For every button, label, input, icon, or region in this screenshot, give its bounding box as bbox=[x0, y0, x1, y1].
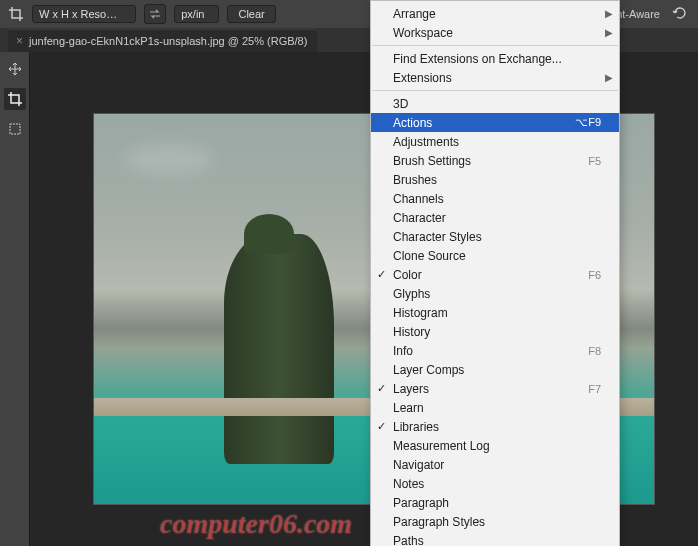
menu-item-brushes[interactable]: Brushes bbox=[371, 170, 619, 189]
menu-item-channels[interactable]: Channels bbox=[371, 189, 619, 208]
menu-item-glyphs[interactable]: Glyphs bbox=[371, 284, 619, 303]
menu-item-label: Glyphs bbox=[393, 287, 601, 301]
menu-item-brush-settings[interactable]: Brush SettingsF5 bbox=[371, 151, 619, 170]
menu-item-extensions[interactable]: Extensions▶ bbox=[371, 68, 619, 87]
menu-item-label: Adjustments bbox=[393, 135, 601, 149]
menu-item-paths[interactable]: Paths bbox=[371, 531, 619, 546]
menu-item-label: Character bbox=[393, 211, 601, 225]
menu-item-shortcut: F8 bbox=[588, 345, 601, 357]
menu-item-label: Channels bbox=[393, 192, 601, 206]
menu-item-label: Extensions bbox=[393, 71, 601, 85]
window-menu-dropdown: Arrange▶Workspace▶Find Extensions on Exc… bbox=[370, 0, 620, 546]
menu-item-color[interactable]: ✓ColorF6 bbox=[371, 265, 619, 284]
menu-item-label: Measurement Log bbox=[393, 439, 601, 453]
menu-item-label: 3D bbox=[393, 97, 601, 111]
menu-item-learn[interactable]: Learn bbox=[371, 398, 619, 417]
menu-item-shortcut: F7 bbox=[588, 383, 601, 395]
menu-item-adjustments[interactable]: Adjustments bbox=[371, 132, 619, 151]
checkmark-icon: ✓ bbox=[377, 382, 386, 395]
reset-icon[interactable] bbox=[672, 5, 690, 23]
menu-item-label: Notes bbox=[393, 477, 601, 491]
menu-separator bbox=[372, 90, 618, 91]
menu-item-libraries[interactable]: ✓Libraries bbox=[371, 417, 619, 436]
menu-item-label: Find Extensions on Exchange... bbox=[393, 52, 601, 66]
tool-slot[interactable] bbox=[4, 118, 26, 140]
menu-item-label: Arrange bbox=[393, 7, 601, 21]
menu-item-label: History bbox=[393, 325, 601, 339]
units-select[interactable]: px/in bbox=[174, 5, 219, 23]
menu-item-paragraph[interactable]: Paragraph bbox=[371, 493, 619, 512]
chevron-right-icon: ▶ bbox=[605, 72, 613, 83]
menu-item-label: Brushes bbox=[393, 173, 601, 187]
menu-item-layer-comps[interactable]: Layer Comps bbox=[371, 360, 619, 379]
menu-item-label: Workspace bbox=[393, 26, 601, 40]
menu-item-histogram[interactable]: Histogram bbox=[371, 303, 619, 322]
svg-rect-0 bbox=[10, 124, 20, 134]
menu-item-label: Libraries bbox=[393, 420, 601, 434]
clear-button[interactable]: Clear bbox=[227, 5, 275, 23]
menu-item-label: Paths bbox=[393, 534, 601, 547]
menu-item-measurement-log[interactable]: Measurement Log bbox=[371, 436, 619, 455]
menu-item-label: Layers bbox=[393, 382, 588, 396]
menu-item-label: Brush Settings bbox=[393, 154, 588, 168]
chevron-right-icon: ▶ bbox=[605, 27, 613, 38]
document-tab[interactable]: × junfeng-gao-cEknN1ckP1s-unsplash.jpg @… bbox=[8, 29, 317, 52]
menu-item-character-styles[interactable]: Character Styles bbox=[371, 227, 619, 246]
checkmark-icon: ✓ bbox=[377, 268, 386, 281]
menu-item-shortcut: ⌥F9 bbox=[575, 116, 601, 129]
menu-item-label: Character Styles bbox=[393, 230, 601, 244]
menu-item-label: Learn bbox=[393, 401, 601, 415]
menu-item-layers[interactable]: ✓LayersF7 bbox=[371, 379, 619, 398]
menu-item-label: Info bbox=[393, 344, 588, 358]
crop-tool-icon bbox=[8, 6, 24, 22]
menu-item-clone-source[interactable]: Clone Source bbox=[371, 246, 619, 265]
menu-item-navigator[interactable]: Navigator bbox=[371, 455, 619, 474]
chevron-right-icon: ▶ bbox=[605, 8, 613, 19]
menu-item-actions[interactable]: Actions⌥F9 bbox=[371, 113, 619, 132]
document-tab-title: junfeng-gao-cEknN1ckP1s-unsplash.jpg @ 2… bbox=[29, 35, 307, 47]
menu-item-paragraph-styles[interactable]: Paragraph Styles bbox=[371, 512, 619, 531]
menu-item-workspace[interactable]: Workspace▶ bbox=[371, 23, 619, 42]
move-tool-icon[interactable] bbox=[4, 58, 26, 80]
menu-item-label: Clone Source bbox=[393, 249, 601, 263]
menu-item-info[interactable]: InfoF8 bbox=[371, 341, 619, 360]
close-icon[interactable]: × bbox=[16, 34, 23, 48]
menu-item-3d[interactable]: 3D bbox=[371, 94, 619, 113]
swap-dimensions-button[interactable] bbox=[144, 4, 166, 24]
crop-tool-icon[interactable] bbox=[4, 88, 26, 110]
menu-item-label: Actions bbox=[393, 116, 575, 130]
menu-item-find-extensions-on-exchange[interactable]: Find Extensions on Exchange... bbox=[371, 49, 619, 68]
checkmark-icon: ✓ bbox=[377, 420, 386, 433]
crop-preset-select[interactable]: W x H x Reso… bbox=[32, 5, 136, 23]
units-label: px/in bbox=[181, 8, 204, 20]
crop-preset-label: W x H x Reso… bbox=[39, 8, 117, 20]
menu-item-arrange[interactable]: Arrange▶ bbox=[371, 4, 619, 23]
menu-item-character[interactable]: Character bbox=[371, 208, 619, 227]
menu-item-shortcut: F6 bbox=[588, 269, 601, 281]
menu-item-label: Color bbox=[393, 268, 588, 282]
menu-item-shortcut: F5 bbox=[588, 155, 601, 167]
menu-item-label: Layer Comps bbox=[393, 363, 601, 377]
menu-item-label: Paragraph Styles bbox=[393, 515, 601, 529]
menu-item-history[interactable]: History bbox=[371, 322, 619, 341]
menu-item-label: Navigator bbox=[393, 458, 601, 472]
menu-item-notes[interactable]: Notes bbox=[371, 474, 619, 493]
toolbox bbox=[0, 52, 30, 546]
menu-separator bbox=[372, 45, 618, 46]
menu-item-label: Paragraph bbox=[393, 496, 601, 510]
menu-item-label: Histogram bbox=[393, 306, 601, 320]
